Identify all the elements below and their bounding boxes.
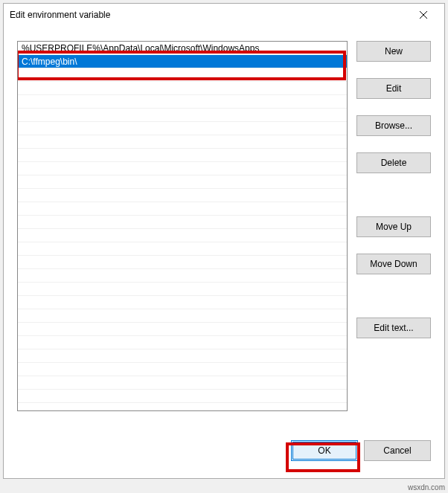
list-item[interactable]: [18, 323, 347, 336]
list-item[interactable]: [18, 336, 347, 349]
new-button[interactable]: New: [356, 41, 431, 62]
path-list[interactable]: %USERPROFILE%\AppData\Local\Microsoft\Wi…: [17, 41, 348, 411]
titlebar: Edit environment variable: [4, 4, 444, 26]
browse-button[interactable]: Browse...: [356, 115, 431, 136]
list-item[interactable]: [18, 162, 347, 175]
cancel-button[interactable]: Cancel: [364, 440, 431, 461]
list-item[interactable]: [18, 135, 347, 149]
list-item[interactable]: [18, 122, 347, 135]
delete-button[interactable]: Delete: [356, 152, 431, 173]
list-item[interactable]: [18, 175, 347, 189]
edit-button[interactable]: Edit: [356, 78, 431, 99]
ok-button[interactable]: OK: [291, 440, 358, 461]
list-item[interactable]: [18, 376, 347, 390]
list-item[interactable]: [18, 269, 347, 283]
list-item[interactable]: [18, 363, 347, 376]
list-item[interactable]: [18, 349, 347, 363]
dialog-title: Edit environment variable: [10, 10, 409, 20]
dialog-content: %USERPROFILE%\AppData\Local\Microsoft\Wi…: [4, 26, 444, 434]
watermark: wsxdn.com: [408, 483, 445, 492]
edit-env-var-dialog: Edit environment variable %USERPROFILE%\…: [3, 3, 445, 479]
list-item[interactable]: [18, 95, 347, 109]
list-item[interactable]: [18, 390, 347, 403]
list-item[interactable]: [18, 283, 347, 296]
move-up-button[interactable]: Move Up: [356, 216, 431, 237]
list-item[interactable]: [18, 202, 347, 216]
move-down-button[interactable]: Move Down: [356, 254, 431, 274]
list-item[interactable]: [18, 229, 347, 242]
list-item[interactable]: [18, 189, 347, 202]
list-item[interactable]: [18, 309, 347, 323]
button-column: New Edit Browse... Delete Move Up Move D…: [356, 41, 431, 426]
dialog-footer: OK Cancel: [4, 434, 444, 478]
close-icon: [420, 11, 427, 19]
list-item[interactable]: [18, 109, 347, 122]
edit-text-button[interactable]: Edit text...: [356, 318, 431, 338]
list-item[interactable]: [18, 216, 347, 229]
list-item[interactable]: [18, 68, 347, 82]
list-item[interactable]: [18, 296, 347, 309]
list-item[interactable]: [18, 256, 347, 269]
list-item[interactable]: [18, 242, 347, 256]
list-item[interactable]: C:\ffmpeg\bin\: [18, 55, 347, 68]
list-item[interactable]: %USERPROFILE%\AppData\Local\Microsoft\Wi…: [18, 42, 347, 55]
list-item[interactable]: [18, 149, 347, 162]
close-button[interactable]: [409, 4, 438, 25]
list-item[interactable]: [18, 82, 347, 95]
